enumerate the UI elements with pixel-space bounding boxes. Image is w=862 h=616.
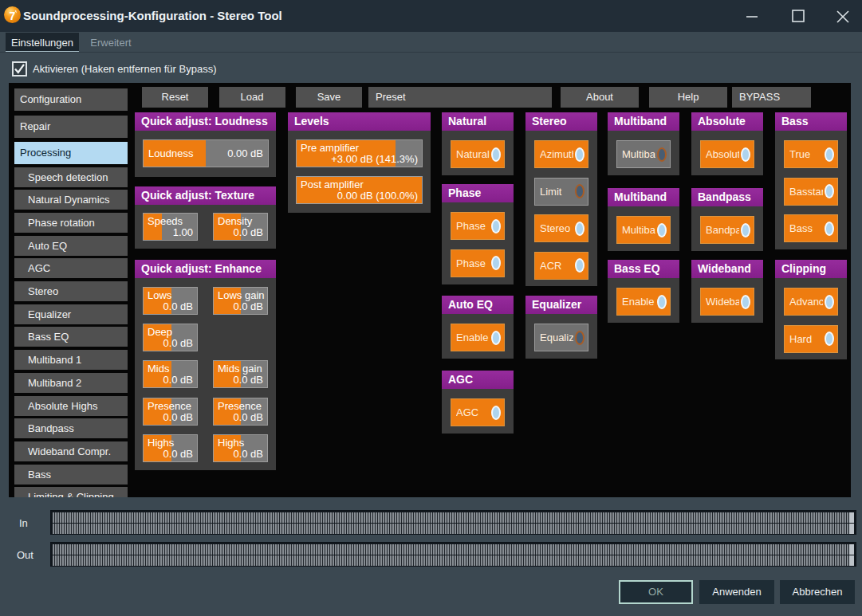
svg-text:7: 7 <box>10 10 16 22</box>
